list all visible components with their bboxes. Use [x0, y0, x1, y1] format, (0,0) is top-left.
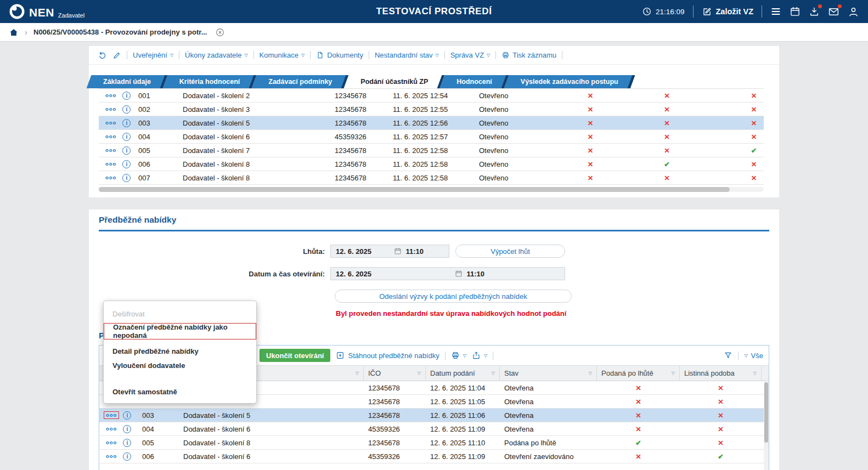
row-actions-icon[interactable]: ooo: [104, 425, 119, 433]
row-actions-icon[interactable]: ooo: [104, 439, 119, 446]
menu-uverejneni[interactable]: Uveřejnění▽: [133, 51, 173, 59]
opening-field[interactable]: 12. 6. 2025 11:10: [330, 267, 565, 280]
row-actions-icon[interactable]: ooo: [103, 133, 119, 140]
offer-row[interactable]: ooo i 003 Dodavatel - školení 5 12345678…: [99, 409, 769, 422]
filter-caret-icon[interactable]: ▽: [356, 371, 359, 376]
info-icon[interactable]: i: [122, 92, 131, 100]
participant-row[interactable]: ooo i 006 Dodavatel - školení 8 12345678…: [99, 157, 764, 171]
chevron-down-icon: ▽: [301, 53, 305, 58]
create-vz-button[interactable]: Založit VZ: [702, 7, 753, 17]
header-datum-podani: Datum podání▽: [426, 366, 500, 381]
calendar-button[interactable]: [790, 6, 801, 17]
row-actions-icon[interactable]: ooo: [103, 174, 119, 182]
send-call-button[interactable]: Odeslání výzvy k podání předběžných nabí…: [335, 290, 572, 303]
print-button[interactable]: ▽: [451, 351, 466, 360]
tab-kriteria-hodnoceni[interactable]: Kritéria hodnocení: [165, 75, 254, 88]
filter-caret-icon[interactable]: ▽: [753, 371, 757, 376]
flag-icon: ✕: [552, 144, 629, 157]
menu-dokumenty[interactable]: Dokumenty: [316, 51, 363, 59]
supplier-ico: 12345678: [329, 103, 387, 116]
menu-ukony-zadavatele[interactable]: Úkony zadavatele▽: [185, 51, 248, 59]
submission-datetime: 12. 6. 2025 11:04: [426, 381, 500, 394]
tab-podani-ucastniku-zp[interactable]: Podání účastníků ZP: [346, 75, 442, 88]
info-icon[interactable]: i: [122, 146, 131, 155]
participant-row[interactable]: ooo i 004 Dodavatel - školení 6 45359326…: [99, 130, 764, 144]
vertical-scrollbar[interactable]: [764, 382, 769, 470]
finish-opening-button[interactable]: Ukončit otevírání: [260, 349, 330, 362]
calendar-icon[interactable]: [455, 270, 463, 278]
tab-zakladni-udaje[interactable]: Základní údaje: [89, 75, 165, 88]
header-podana-po-lhute: Podaná po lhůtě▽: [597, 366, 680, 381]
calc-deadlines-button[interactable]: Výpočet lhůt: [455, 245, 565, 258]
home-button[interactable]: [9, 27, 19, 37]
participant-row[interactable]: ooo i 002 Dodavatel - školení 3 12345678…: [99, 103, 764, 116]
row-actions-icon[interactable]: ooo: [103, 119, 119, 127]
info-icon[interactable]: i: [122, 119, 131, 127]
menu-button[interactable]: [770, 6, 781, 17]
opening-time: 11:10: [466, 270, 484, 278]
row-actions-icon[interactable]: ooo: [104, 411, 119, 419]
profile-button[interactable]: [848, 6, 859, 18]
filter-caret-icon[interactable]: ▽: [672, 371, 675, 376]
info-icon[interactable]: i: [123, 439, 131, 447]
nen-logo-icon: [9, 3, 25, 20]
offer-row[interactable]: ooo i 005 Dodavatel - školení 8 12345678…: [99, 436, 769, 450]
participant-row[interactable]: ooo i 005 Dodavatel - školení 7 12345678…: [99, 144, 764, 157]
menu-item-vylouceni[interactable]: Vyloučení dodavatele: [104, 358, 256, 372]
info-icon[interactable]: i: [122, 133, 131, 141]
close-record-button[interactable]: [215, 27, 225, 37]
info-icon[interactable]: i: [123, 452, 131, 461]
menu-komunikace[interactable]: Komunikace▽: [260, 51, 305, 59]
filter-button[interactable]: [724, 351, 732, 360]
scrollbar-thumb[interactable]: [99, 187, 730, 192]
submission-datetime: 11. 6. 2025 12:58: [387, 157, 474, 171]
row-actions-icon[interactable]: ooo: [103, 105, 119, 113]
scrollbar-thumb[interactable]: [764, 382, 768, 443]
deadline-field[interactable]: 12. 6. 2025 11:10: [330, 245, 449, 258]
undo-circle-icon: [98, 50, 107, 60]
chevron-down-icon: ▽: [484, 354, 487, 358]
info-icon[interactable]: i: [122, 105, 131, 114]
row-actions-icon[interactable]: ooo: [103, 160, 119, 168]
calendar-icon[interactable]: [394, 247, 402, 255]
participant-row[interactable]: ooo i 001 Dodavatel - školení 2 12345678…: [99, 89, 764, 103]
tab-zadavaci-podminky[interactable]: Zadávací podmínky: [254, 75, 346, 88]
download-offers-button[interactable]: Stáhnout předběžné nabídky: [336, 351, 439, 360]
participant-row[interactable]: ooo i 007 Dodavatel - školení 8 12345678…: [99, 171, 764, 185]
info-icon[interactable]: i: [122, 174, 131, 182]
menu-item-desifrovat: Dešifrovat: [104, 305, 256, 322]
menu-tisk-zaznamu[interactable]: Tisk záznamu: [501, 51, 556, 59]
menu-item-oznaceni-nepodana[interactable]: Označení předběžné nabídky jako nepodaná: [104, 323, 256, 339]
history-button[interactable]: [98, 50, 107, 60]
breadcrumb-record[interactable]: N006/25/V00005438 - Provozování prodejny…: [33, 28, 207, 36]
menu-item-detail[interactable]: Detail předběžné nabídky: [104, 344, 256, 358]
info-icon[interactable]: i: [123, 411, 131, 420]
info-icon[interactable]: i: [122, 160, 131, 168]
status: Otevřena: [500, 409, 597, 422]
row-actions-icon[interactable]: ooo: [103, 146, 119, 154]
horizontal-scrollbar[interactable]: [99, 187, 764, 192]
nen-logo[interactable]: NEN Zadavatel: [9, 3, 84, 20]
participant-row[interactable]: ooo i 003 Dodavatel - školení 5 12345678…: [99, 116, 764, 130]
menu-nestandardni-stav[interactable]: Nestandardní stav▽: [375, 51, 439, 59]
divider: [179, 51, 179, 59]
messages-button[interactable]: [828, 6, 839, 18]
filter-caret-icon[interactable]: ▽: [418, 371, 421, 376]
tab-hodnoceni[interactable]: Hodnocení: [442, 75, 506, 88]
chevron-down-icon: ▽: [244, 53, 247, 58]
downloads-button[interactable]: [809, 6, 820, 17]
edit-record-button[interactable]: [112, 51, 121, 60]
row-actions-icon[interactable]: ooo: [103, 92, 119, 99]
filter-caret-icon[interactable]: ▽: [589, 371, 592, 376]
info-icon[interactable]: i: [123, 425, 131, 433]
tab-vysledek-postupu[interactable]: Výsledek zadávacího postupu: [506, 75, 633, 88]
menu-sprava-vz[interactable]: Správa VZ▽: [450, 51, 491, 59]
menu-item-otevrit-samostatne[interactable]: Otevřít samostatně: [104, 384, 256, 399]
export-button[interactable]: ▽: [472, 351, 487, 360]
row-actions-icon[interactable]: ooo: [104, 452, 119, 460]
supplier-name: Dodavatel - školení 7: [178, 144, 329, 157]
offer-row[interactable]: ooo i 004 Dodavatel - školení 6 45359326…: [99, 422, 769, 436]
filter-caret-icon[interactable]: ▽: [492, 371, 495, 376]
filter-all-button[interactable]: ▽ Vše: [744, 352, 763, 360]
offer-row[interactable]: ooo i 006 Dodavatel - školení 6 45359326…: [99, 450, 769, 463]
